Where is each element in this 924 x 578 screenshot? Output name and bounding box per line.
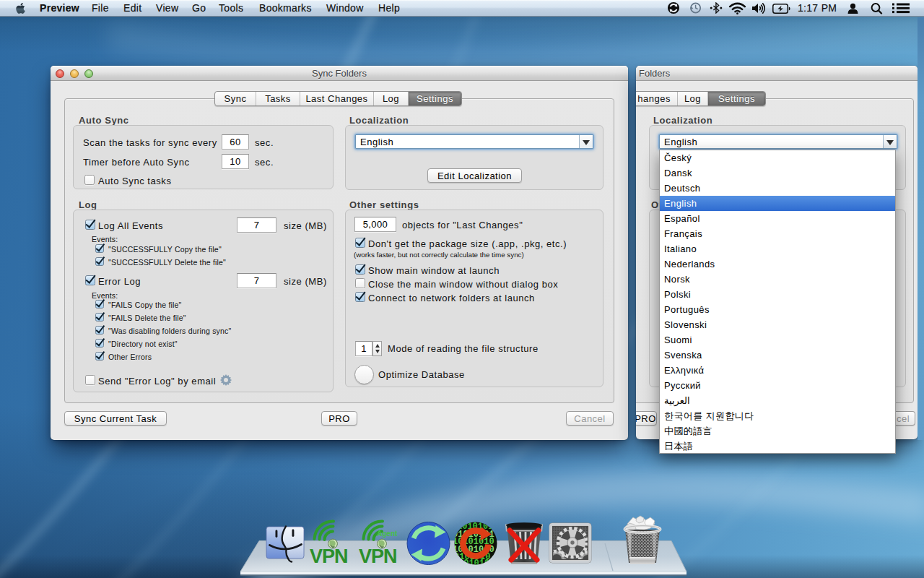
- svg-text:Agent: Agent: [377, 530, 398, 538]
- svg-text:VPN: VPN: [310, 545, 348, 567]
- svg-text:VPN: VPN: [359, 545, 397, 567]
